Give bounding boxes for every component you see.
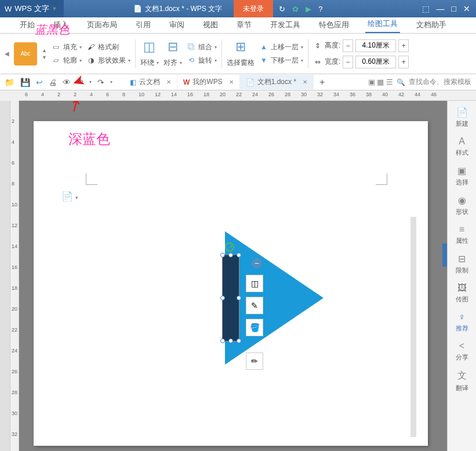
- side-item-样式[interactable]: A样式: [456, 136, 468, 157]
- side-item-选择[interactable]: ▣选择: [456, 165, 468, 187]
- scrollbar-vertical[interactable]: [410, 217, 416, 437]
- side-item-分享[interactable]: <分享: [456, 341, 468, 362]
- tool-layout[interactable]: ◫: [246, 275, 263, 292]
- height-minus[interactable]: −: [343, 39, 353, 52]
- search-placeholder[interactable]: 查找命令、搜索模板: [409, 77, 471, 87]
- close-button[interactable]: ✕: [463, 4, 470, 13]
- wrap-icon[interactable]: ◫: [143, 39, 155, 54]
- align-label: 对齐: [163, 58, 177, 68]
- bring-forward-button[interactable]: ▲上移一层▾: [259, 42, 303, 52]
- tab-cloud[interactable]: ◧ 云文档 ✕: [124, 75, 177, 89]
- tab-review[interactable]: 审阅: [167, 17, 187, 33]
- tab-reference[interactable]: 引用: [133, 17, 153, 33]
- gallery-down-icon[interactable]: ▼: [42, 54, 47, 60]
- search-icon[interactable]: 🔍: [397, 78, 405, 86]
- resize-handle[interactable]: [237, 296, 241, 300]
- tool-pencil[interactable]: ✏: [246, 352, 263, 370]
- wrap-button[interactable]: 环绕▾: [140, 58, 159, 68]
- height-plus[interactable]: +: [398, 39, 409, 52]
- minimize-button[interactable]: —: [437, 4, 445, 13]
- side-item-翻译[interactable]: 文翻译: [456, 370, 468, 392]
- gallery-prev-icon[interactable]: ◀: [5, 50, 9, 57]
- shape-tool-stack: ◫ ✎ 🪣 ✏: [246, 275, 263, 370]
- close-tab-icon[interactable]: ✕: [303, 79, 307, 85]
- tab-layout[interactable]: 页面布局: [85, 17, 119, 33]
- resize-handle[interactable]: [228, 339, 233, 343]
- shape-effect-button[interactable]: ◑形状效果▾: [86, 56, 130, 66]
- align-button[interactable]: 对齐▾: [163, 58, 182, 68]
- resize-handle[interactable]: [228, 253, 233, 257]
- panel-collapse[interactable]: [442, 243, 447, 267]
- add-tab-button[interactable]: +: [314, 77, 330, 88]
- login-button[interactable]: 未登录: [234, 0, 273, 17]
- print-icon[interactable]: 🖨: [49, 78, 57, 87]
- view-icons[interactable]: ▣ ▦ ☰: [368, 78, 393, 86]
- close-tab-icon[interactable]: ✕: [229, 79, 234, 85]
- outline-button[interactable]: ▱轮廓▾: [52, 56, 82, 66]
- tab-start[interactable]: 开始: [17, 17, 37, 33]
- send-backward-button[interactable]: ▼下移一层▾: [259, 56, 303, 66]
- align-icon[interactable]: ⊟: [168, 39, 178, 54]
- side-item-传图[interactable]: 🖼传图: [456, 283, 468, 304]
- rotate-handle[interactable]: [225, 242, 234, 252]
- selpane-label[interactable]: 选择窗格: [227, 58, 255, 68]
- width-minus[interactable]: −: [343, 56, 353, 68]
- selpane-icon[interactable]: ⊞: [235, 39, 246, 54]
- gallery-up-icon[interactable]: ▲: [42, 48, 47, 53]
- theme-icon[interactable]: ✿: [292, 5, 299, 13]
- tab-view[interactable]: 视图: [201, 17, 220, 33]
- resize-handle[interactable]: [220, 253, 225, 257]
- tool-edit[interactable]: ✎: [246, 297, 263, 314]
- maximize-button[interactable]: □: [452, 4, 456, 13]
- side-item-属性[interactable]: ≡属性: [456, 224, 468, 245]
- title-actions: ↻ ✿ ▶ ?: [279, 5, 322, 13]
- help-icon[interactable]: ?: [318, 5, 322, 13]
- qat-more[interactable]: ▾: [110, 79, 112, 85]
- height-input[interactable]: [355, 39, 396, 52]
- resize-handle[interactable]: [220, 339, 225, 343]
- redo-button[interactable]: ↷: [97, 78, 104, 87]
- open-icon[interactable]: 📁: [5, 78, 14, 87]
- side-item-形状[interactable]: ◉形状: [456, 195, 468, 216]
- save-icon[interactable]: 💾: [20, 78, 30, 87]
- width-input[interactable]: [355, 56, 396, 68]
- preview-icon[interactable]: 👁: [63, 78, 71, 87]
- resize-handle[interactable]: [237, 339, 241, 343]
- sync-icon[interactable]: ↻: [279, 5, 285, 13]
- side-item-限制[interactable]: ⊟限制: [456, 253, 468, 275]
- app-menu[interactable]: W WPS 文字 ▼: [0, 0, 64, 17]
- tab-drawing[interactable]: 绘图工具: [365, 16, 400, 33]
- resize-handle[interactable]: [237, 253, 241, 257]
- doc-options-icon[interactable]: 📄 ▾: [61, 191, 78, 202]
- canvas[interactable]: ↗ 深蓝色 📄 ▾ −: [19, 101, 447, 451]
- rect-shape[interactable]: [222, 254, 239, 341]
- side-item-推荐[interactable]: ♀推荐: [456, 312, 468, 333]
- tab-dev[interactable]: 开发工具: [268, 17, 303, 33]
- close-tab-icon[interactable]: ✕: [166, 79, 171, 85]
- group-button[interactable]: ⿻组合▾: [187, 42, 217, 52]
- tab-assistant[interactable]: 文档助手: [414, 17, 449, 33]
- tool-fill[interactable]: 🪣: [246, 319, 263, 336]
- rotate-button[interactable]: ⟲旋转▾: [187, 56, 217, 66]
- arrow-annotation-1: ↗: [64, 101, 85, 118]
- external-icon[interactable]: ⬚: [422, 4, 430, 13]
- shape-preview[interactable]: Abc: [14, 42, 37, 66]
- tab-doc1[interactable]: 📄 文档1.docx * ✕: [240, 75, 314, 89]
- tab-mywps[interactable]: W 我的WPS ✕: [177, 75, 240, 89]
- export-icon[interactable]: ↩: [36, 78, 43, 87]
- side-item-新建[interactable]: 📄新建: [456, 107, 468, 128]
- fill-button[interactable]: ▭填充▾: [52, 42, 82, 52]
- side-icon: ♀: [459, 312, 466, 322]
- selected-shape[interactable]: − ◫ ✎ 🪣 ✏: [225, 231, 329, 376]
- width-plus[interactable]: +: [398, 56, 409, 68]
- format-brush-button[interactable]: 🖌格式刷: [86, 42, 130, 52]
- undo-dd[interactable]: ▾: [89, 79, 92, 85]
- resize-handle[interactable]: [220, 296, 225, 300]
- play-icon[interactable]: ▶: [306, 5, 311, 13]
- side-label: 分享: [456, 353, 468, 362]
- tab-chapter[interactable]: 章节: [234, 17, 254, 33]
- ruler-horizontal[interactable]: 6422468101214161820222426283032343638404…: [19, 90, 476, 101]
- collapse-badge[interactable]: −: [252, 258, 262, 268]
- tab-special[interactable]: 特色应用: [317, 17, 351, 33]
- ruler-vertical[interactable]: 2468101214161820222426283032: [10, 101, 19, 451]
